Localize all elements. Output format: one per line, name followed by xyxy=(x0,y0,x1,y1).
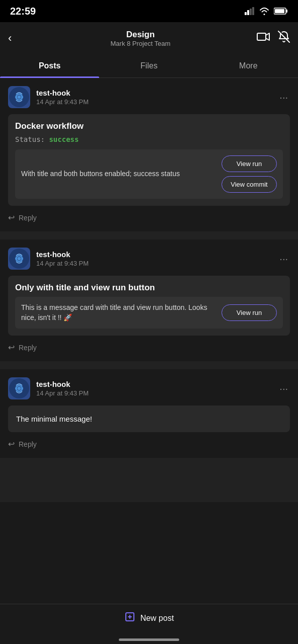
post-2-message-card: Only with title and view run button This… xyxy=(8,276,290,336)
svg-point-16 xyxy=(21,258,23,260)
svg-rect-0 xyxy=(245,12,247,15)
svg-rect-6 xyxy=(275,9,284,13)
post-1-author-name: test-hook xyxy=(36,89,89,97)
post-1-author-info: test-hook 14 Apr at 9:43 PM xyxy=(8,86,89,108)
post-3-meta: test-hook 14 Apr at 9:43 PM xyxy=(36,380,89,397)
post-2-card-title: Only with title and view run button xyxy=(15,283,283,293)
new-post-label: New post xyxy=(140,614,174,623)
post-1-timestamp: 14 Apr at 9:43 PM xyxy=(36,98,89,106)
svg-rect-3 xyxy=(252,7,254,15)
battery-icon xyxy=(274,7,288,15)
post-1-status: Status: success xyxy=(15,135,283,143)
post-card-1: test-hook 14 Apr at 9:43 PM ··· Docker w… xyxy=(0,78,298,231)
post-3-timestamp: 14 Apr at 9:43 PM xyxy=(36,389,89,397)
post-2-more-button[interactable]: ··· xyxy=(277,251,290,267)
post-3-author-info: test-hook 14 Apr at 9:43 PM xyxy=(8,377,89,399)
svg-point-18 xyxy=(18,387,21,390)
header-actions xyxy=(257,31,290,46)
video-icon[interactable] xyxy=(257,32,270,45)
post-1-status-label: Status: xyxy=(15,135,49,143)
svg-point-10 xyxy=(18,96,21,99)
post-3-reply-row[interactable]: ↩ Reply xyxy=(8,434,290,450)
svg-point-15 xyxy=(15,258,17,260)
post-1-buttons: View run View commit xyxy=(221,155,277,193)
post-1-body-text: With title and both buttons enabled; suc… xyxy=(21,169,215,179)
svg-point-20 xyxy=(21,387,23,389)
post-2-reply-label: Reply xyxy=(19,344,37,352)
post-2-timestamp: 14 Apr at 9:43 PM xyxy=(36,260,89,267)
tab-posts[interactable]: Posts xyxy=(0,54,99,77)
wifi-icon xyxy=(259,7,270,15)
tabs-bar: Posts Files More xyxy=(0,54,298,78)
status-icons xyxy=(245,7,288,15)
post-3-more-button[interactable]: ··· xyxy=(277,381,290,396)
post-card-3: test-hook 14 Apr at 9:43 PM ··· The mini… xyxy=(0,369,298,458)
post-3-author-name: test-hook xyxy=(36,380,89,388)
tab-files[interactable]: Files xyxy=(99,54,198,77)
bottom-spacer xyxy=(0,462,298,502)
svg-rect-1 xyxy=(247,10,249,15)
reply-icon-2: ↩ xyxy=(8,343,15,352)
header-title-sub: Mark 8 Project Team xyxy=(24,40,257,47)
post-1-more-button[interactable]: ··· xyxy=(277,90,290,105)
status-time: 22:59 xyxy=(10,6,36,17)
header-title-block: Design Mark 8 Project Team xyxy=(24,30,257,47)
bell-off-icon[interactable] xyxy=(278,31,290,46)
home-indicator xyxy=(119,638,179,641)
post-1-reply-label: Reply xyxy=(19,214,37,222)
view-run-button-2[interactable]: View run xyxy=(221,304,277,321)
post-card-2: test-hook 14 Apr at 9:43 PM ··· Only wit… xyxy=(0,239,298,361)
post-3-message-card: The minimal message! xyxy=(8,406,290,432)
post-1-message-card: Docker workflow Status: success With tit… xyxy=(8,114,290,206)
post-1-meta: test-hook 14 Apr at 9:43 PM xyxy=(36,89,89,106)
post-2-reply-row[interactable]: ↩ Reply xyxy=(8,338,290,353)
post-2-avatar xyxy=(8,248,30,270)
post-2-body-text: This is a message card with title and vi… xyxy=(21,303,215,323)
new-post-icon xyxy=(124,611,135,625)
view-commit-button-1[interactable]: View commit xyxy=(221,176,277,193)
svg-point-14 xyxy=(18,257,21,260)
svg-rect-5 xyxy=(286,10,287,13)
back-button[interactable]: ‹ xyxy=(8,32,24,45)
post-3-avatar xyxy=(8,377,30,399)
new-post-bar[interactable]: New post xyxy=(0,604,298,632)
separator-1 xyxy=(0,235,298,239)
status-bar: 22:59 xyxy=(0,0,298,22)
post-1-avatar xyxy=(8,86,30,108)
reply-icon-1: ↩ xyxy=(8,213,15,222)
posts-list: test-hook 14 Apr at 9:43 PM ··· Docker w… xyxy=(0,78,298,502)
svg-rect-7 xyxy=(257,33,266,40)
post-3-reply-label: Reply xyxy=(19,440,37,448)
svg-point-11 xyxy=(15,96,17,98)
tab-more[interactable]: More xyxy=(199,54,298,77)
post-1-status-value: success xyxy=(49,135,79,143)
svg-point-12 xyxy=(21,96,23,98)
post-2-buttons: View run xyxy=(221,304,277,321)
post-2-author-name: test-hook xyxy=(36,250,89,259)
post-1-reply-row[interactable]: ↩ Reply xyxy=(8,208,290,223)
post-1-card-title: Docker workflow xyxy=(15,121,283,131)
signal-icon xyxy=(245,7,255,15)
post-2-meta: test-hook 14 Apr at 9:43 PM xyxy=(36,250,89,267)
post-2-inner-card: This is a message card with title and vi… xyxy=(15,297,283,329)
reply-icon-3: ↩ xyxy=(8,439,15,449)
post-3-header: test-hook 14 Apr at 9:43 PM ··· xyxy=(8,377,290,399)
post-1-header: test-hook 14 Apr at 9:43 PM ··· xyxy=(8,86,290,108)
post-2-author-info: test-hook 14 Apr at 9:43 PM xyxy=(8,248,89,270)
view-run-button-1[interactable]: View run xyxy=(221,155,277,172)
post-3-body-text: The minimal message! xyxy=(16,414,282,424)
header-title-main: Design xyxy=(24,30,257,40)
svg-rect-2 xyxy=(250,9,252,15)
post-1-inner-card: With title and both buttons enabled; suc… xyxy=(15,149,283,199)
svg-point-19 xyxy=(15,387,17,389)
header: ‹ Design Mark 8 Project Team xyxy=(0,22,298,54)
separator-2 xyxy=(0,365,298,369)
post-2-header: test-hook 14 Apr at 9:43 PM ··· xyxy=(8,248,290,270)
